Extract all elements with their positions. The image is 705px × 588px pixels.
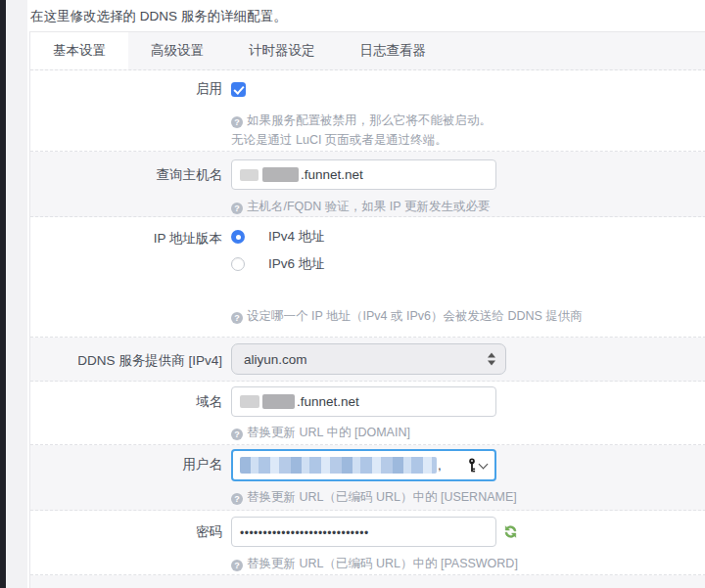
ipv6-radio[interactable] — [231, 257, 245, 271]
help-icon: ? — [231, 203, 243, 214]
provider-select[interactable]: aliyun.com — [231, 343, 506, 375]
username-tail: , — [438, 458, 442, 473]
tab-advanced-settings[interactable]: 高级设置 — [128, 32, 226, 69]
ddns-config-page: 在这里修改选择的 DDNS 服务的详细配置。 基本设置 高级设置 计时器设定 日… — [0, 0, 705, 588]
redacted-text — [240, 169, 258, 181]
domain-input[interactable]: .funnet.net — [231, 386, 496, 417]
username-label: 用户名 — [30, 449, 231, 510]
provider-label: DDNS 服务提供商 [IPv4] — [30, 343, 231, 381]
domain-suffix: .funnet.net — [297, 394, 359, 409]
enable-checkbox[interactable] — [231, 82, 246, 97]
ip-version-label: IP 地址版本 — [30, 230, 231, 337]
provider-selected-value: aliyun.com — [244, 352, 307, 367]
ipv6-radio-label[interactable]: IPv6 地址 — [268, 255, 325, 273]
password-help: ?替换更新 URL（已编码 URL）中的 [PASSWORD] — [231, 554, 705, 573]
username-help: ?替换更新 URL（已编码 URL）中的 [USERNAME] — [231, 487, 705, 507]
help-icon: ? — [231, 560, 243, 571]
row-password: 密码 •••••••••••••••••••••••••••• — [30, 511, 705, 575]
help-icon: ? — [231, 493, 243, 505]
tab-bar: 基本设置 高级设置 计时器设定 日志查看器 — [30, 32, 705, 70]
help-icon: ? — [231, 429, 243, 440]
password-manager-button[interactable] — [467, 458, 489, 474]
lookup-hostname-input[interactable]: .funnet.net — [231, 159, 496, 190]
page-description: 在这里修改选择的 DDNS 服务的详细配置。 — [30, 8, 287, 25]
ipv4-radio[interactable] — [231, 230, 245, 244]
redacted-text — [240, 395, 259, 408]
password-input[interactable]: •••••••••••••••••••••••••••• — [231, 517, 496, 547]
help-icon: ? — [231, 116, 243, 128]
enable-help-line2: 无论是通过 LuCI 页面或者是通过终端。 — [231, 133, 447, 147]
form-rows: 启用 ?如果服务配置被禁用，那么它将不能被启动。 无论是通过 LuCI 页面或者… — [30, 70, 705, 588]
enable-label: 启用 — [30, 80, 231, 151]
config-section: 基本设置 高级设置 计时器设定 日志查看器 启用 ?如果服务配置被禁用，那么它将… — [29, 31, 705, 588]
content-area: 在这里修改选择的 DDNS 服务的详细配置。 基本设置 高级设置 计时器设定 日… — [27, 0, 705, 588]
chevron-down-icon — [479, 459, 489, 469]
next-row-partial — [30, 575, 705, 588]
enable-help: ?如果服务配置被禁用，那么它将不能被启动。 无论是通过 LuCI 页面或者是通过… — [231, 111, 705, 150]
domain-label: 域名 — [30, 386, 231, 444]
lookup-hostname-help: ?主机名/FQDN 验证，如果 IP 更新发生或必要 — [231, 197, 705, 216]
redacted-text — [262, 394, 295, 409]
tab-basic-settings[interactable]: 基本设置 — [30, 32, 128, 69]
row-lookup-hostname: 查询主机名 .funnet.net ?主机名/FQDN 验证，如果 IP 更新发… — [30, 152, 705, 217]
username-input[interactable]: , — [231, 449, 496, 481]
redacted-text — [262, 167, 299, 182]
row-username: 用户名 , — [30, 445, 705, 511]
domain-help: ?替换更新 URL 中的 [DOMAIN] — [231, 423, 705, 442]
ipv4-radio-label[interactable]: IPv4 地址 — [268, 228, 325, 246]
refresh-icon — [503, 524, 518, 539]
toggle-password-button[interactable] — [503, 524, 518, 539]
row-enable: 启用 ?如果服务配置被禁用，那么它将不能被启动。 无论是通过 LuCI 页面或者… — [30, 70, 705, 152]
redacted-text — [240, 457, 437, 474]
tab-log-viewer[interactable]: 日志查看器 — [338, 32, 449, 69]
row-domain: 域名 .funnet.net ?替换更新 URL 中的 [DOMAIN] — [30, 382, 705, 445]
password-label: 密码 — [30, 517, 231, 574]
lookup-hostname-label: 查询主机名 — [30, 159, 231, 216]
ip-version-help: ?设定哪一个 IP 地址（IPv4 或 IPv6）会被发送给 DDNS 提供商 — [231, 306, 705, 326]
masked-password: •••••••••••••••••••••••••••• — [240, 526, 369, 540]
tab-timer-settings[interactable]: 计时器设定 — [226, 32, 338, 69]
row-ip-version: IP 地址版本 IPv4 地址 IPv6 地址 ?设定哪一个 IP 地址（IPv… — [30, 217, 705, 338]
hostname-suffix: .funnet.net — [301, 167, 363, 182]
help-icon: ? — [231, 312, 243, 324]
select-arrows-icon — [488, 353, 495, 366]
enable-help-line1: 如果服务配置被禁用，那么它将不能被启动。 — [247, 113, 492, 127]
page-gutter — [6, 0, 27, 588]
key-icon — [467, 458, 477, 474]
row-provider: DDNS 服务提供商 [IPv4] aliyun.com — [30, 338, 705, 382]
